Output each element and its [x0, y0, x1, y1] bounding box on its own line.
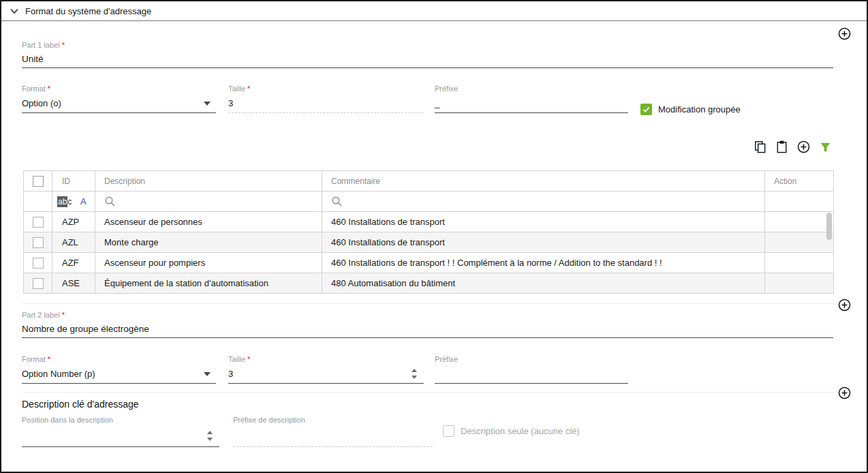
address-table: ID Description Commentaire Action abc A — [23, 170, 833, 294]
group-edit-checkbox[interactable] — [640, 104, 652, 115]
copy-icon[interactable] — [753, 140, 767, 154]
part1-prefix-input[interactable]: _ — [435, 95, 628, 113]
required-marker: * — [48, 355, 50, 363]
group-edit-checkbox-row: Modification groupée — [640, 104, 741, 115]
group-edit-label: Modification groupée — [658, 104, 741, 115]
required-marker: * — [62, 41, 65, 49]
row-checkbox[interactable] — [33, 217, 44, 228]
part1-format-field: Format* Option (o) — [22, 85, 216, 113]
prefix-label: Préfixe — [435, 85, 458, 93]
action-cell — [765, 232, 834, 253]
required-marker: * — [247, 85, 250, 93]
part1-label: Part 1 label — [22, 41, 60, 49]
part1-size-input: 3 — [228, 95, 424, 113]
add-description-key-button[interactable] — [837, 386, 852, 400]
stepper-up-icon[interactable] — [412, 369, 417, 372]
position-label: Position dans la description — [22, 416, 113, 424]
description-key-title: Description clé d'adressage — [22, 399, 139, 410]
chevron-down-icon[interactable] — [10, 6, 19, 16]
table-header-row: ID Description Commentaire Action — [24, 171, 834, 192]
format-label: Format — [22, 355, 46, 363]
column-header-id[interactable]: ID — [52, 171, 95, 192]
row-checkbox[interactable] — [33, 258, 44, 269]
part1-label-field: Part 1 label* Unité — [22, 41, 833, 68]
part2-prefix-field: Préfixe — [435, 355, 628, 384]
description-only-checkbox — [443, 425, 454, 437]
match-case-toggle[interactable]: A — [80, 196, 87, 207]
stepper-down-icon[interactable] — [207, 438, 213, 441]
section-header: Format du système d'adressage — [1, 1, 867, 21]
stepper-up-icon[interactable] — [207, 431, 213, 434]
size-label: Taille — [228, 355, 245, 363]
description-only-label: Description seule (aucune clé) — [461, 426, 580, 436]
addressing-format-panel: Format du système d'adressage Part 1 lab… — [0, 0, 868, 473]
required-marker: * — [48, 85, 50, 93]
commentaire-filter-input[interactable] — [322, 192, 765, 212]
row-checkbox[interactable] — [33, 278, 44, 289]
search-icon — [104, 196, 116, 207]
search-icon — [331, 196, 343, 207]
part2-label: Part 2 label — [22, 311, 60, 319]
number-stepper — [412, 369, 417, 379]
paste-icon[interactable] — [775, 140, 789, 154]
action-cell — [765, 273, 834, 294]
part1-size-field: Taille* 3 — [228, 85, 424, 113]
description-prefix-input — [233, 427, 433, 447]
table-scrollbar-thumb[interactable] — [826, 213, 832, 240]
table-row[interactable]: AZF Ascenseur pour pompiers 460 Installa… — [24, 253, 834, 273]
section-divider — [22, 392, 833, 393]
add-part1-button[interactable] — [837, 27, 852, 41]
format-label: Format — [22, 85, 46, 93]
description-position-input[interactable] — [22, 427, 219, 447]
prefix-label: Préfixe — [435, 355, 458, 363]
add-row-icon[interactable] — [796, 140, 811, 154]
part2-label-field: Part 2 label* Nombre de groupe électrogè… — [22, 311, 833, 338]
page-title: Format du système d'adressage — [25, 6, 151, 16]
part2-label-input[interactable]: Nombre de groupe électrogène — [22, 322, 833, 338]
part2-prefix-input[interactable] — [435, 366, 628, 384]
dropdown-arrow-icon — [204, 372, 211, 376]
part1-label-input[interactable]: Unité — [22, 52, 833, 68]
section-divider — [22, 303, 833, 304]
table-row[interactable]: ASE Équipement de la station d'automatis… — [24, 273, 834, 294]
table-row[interactable]: AZP Ascenseur de personnes 460 Installat… — [24, 212, 834, 232]
action-cell — [765, 212, 834, 232]
column-header-action: Action — [765, 171, 834, 192]
required-marker: * — [62, 311, 65, 319]
text-match-toggle[interactable]: abc — [57, 196, 72, 207]
size-label: Taille — [228, 85, 245, 93]
add-part2-button[interactable] — [837, 298, 852, 312]
table-toolbar — [753, 140, 833, 154]
part2-size-field: Taille* 3 — [228, 355, 424, 384]
row-checkbox[interactable] — [33, 237, 44, 248]
action-cell — [765, 253, 834, 273]
description-prefix-field: Préfixe de description — [233, 416, 433, 447]
number-stepper — [207, 431, 213, 441]
description-prefix-label: Préfixe de description — [233, 416, 305, 424]
stepper-down-icon[interactable] — [412, 376, 417, 379]
dropdown-arrow-icon — [204, 102, 211, 106]
description-only-checkbox-row: Description seule (aucune clé) — [443, 425, 580, 437]
description-filter-input[interactable] — [95, 192, 322, 212]
required-marker: * — [247, 355, 250, 363]
part2-format-select[interactable]: Option Number (p) — [22, 366, 216, 384]
table-filter-row: abc A — [24, 192, 834, 212]
table-row[interactable]: AZL Monte charge 460 Installations de tr… — [24, 232, 834, 253]
filter-icon[interactable] — [818, 140, 833, 154]
part2-format-field: Format* Option Number (p) — [22, 355, 216, 384]
select-all-checkbox[interactable] — [33, 176, 44, 187]
part2-size-input[interactable]: 3 — [228, 366, 424, 384]
description-position-field: Position dans la description — [22, 416, 219, 447]
column-header-description[interactable]: Description — [95, 171, 322, 192]
part1-prefix-field: Préfixe _ — [435, 85, 628, 113]
column-header-commentaire[interactable]: Commentaire — [322, 171, 765, 192]
part1-format-select[interactable]: Option (o) — [22, 95, 216, 113]
